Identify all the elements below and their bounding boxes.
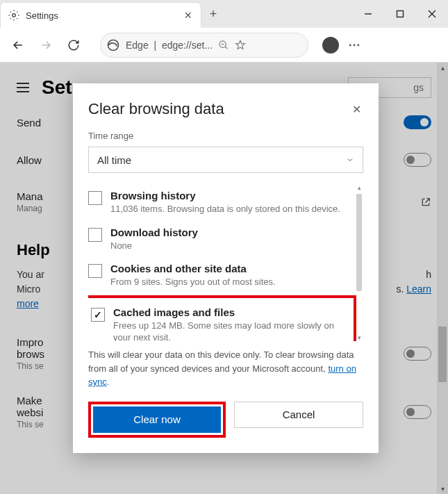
options-list: Browsing history 11,036 items. Browsing … [88,184,363,341]
tab-close-icon[interactable]: ✕ [183,10,194,21]
address-bar[interactable]: Edge | edge://set... [100,33,308,58]
checkbox-cookies[interactable] [88,264,102,278]
highlight-annotation: Clear now [88,402,226,438]
option-download-history: Download history None [88,221,352,258]
svg-point-0 [13,14,16,17]
browser-tab[interactable]: Settings ✕ [0,2,201,28]
checkbox-cached-images[interactable] [91,308,105,322]
address-text: Edge | edge://set... [126,40,213,51]
clear-browsing-data-dialog: Clear browsing data ✕ Time range All tim… [73,83,379,453]
zoom-out-icon[interactable] [218,40,229,51]
option-name: Cached images and files [113,306,349,318]
dialog-close-button[interactable]: ✕ [349,102,363,116]
profile-avatar[interactable] [322,37,339,53]
sync-note: This will clear your data on this device… [88,348,363,389]
svg-rect-2 [397,11,404,17]
option-desc: From 9 sites. Signs you out of most site… [110,276,352,288]
tab-label: Settings [26,10,177,21]
scrollbar-thumb[interactable] [356,194,362,291]
title-bar: Settings ✕ + [0,0,448,28]
time-range-label: Time range [88,131,363,141]
more-menu-button[interactable] [342,33,367,58]
new-tab-button[interactable]: + [201,0,225,28]
option-name: Browsing history [110,190,352,201]
time-range-select[interactable]: All time [88,147,363,173]
option-cached-images: Cached images and files Frees up 124 MB.… [91,301,349,341]
option-desc: None [110,240,352,252]
option-desc: 11,036 items. Browsing data is only stor… [110,203,352,215]
svg-line-7 [225,47,227,49]
gear-icon [8,9,20,22]
option-name: Cookies and other site data [110,263,352,274]
scroll-down-icon[interactable]: ▾ [355,334,363,341]
svg-point-11 [357,44,359,46]
option-cookies: Cookies and other site data From 9 sites… [88,257,352,294]
toolbar: Edge | edge://set... [0,28,448,63]
back-button[interactable] [6,33,31,58]
forward-button[interactable] [33,33,58,58]
clear-now-button[interactable]: Clear now [93,406,221,433]
option-browsing-history: Browsing history 11,036 items. Browsing … [88,184,352,221]
svg-point-9 [349,44,351,46]
highlight-annotation: Cached images and files Frees up 124 MB.… [88,295,356,341]
cancel-button[interactable]: Cancel [234,402,363,428]
svg-point-10 [354,44,356,46]
minimize-button[interactable] [352,0,384,28]
edge-icon [106,38,120,52]
refresh-button[interactable] [61,33,86,58]
checkbox-browsing-history[interactable] [88,191,102,205]
scroll-up-icon[interactable]: ▴ [355,184,363,191]
option-name: Download history [110,227,352,238]
maximize-button[interactable] [384,0,416,28]
checkbox-download-history[interactable] [88,228,102,242]
favorite-icon[interactable] [235,40,246,51]
time-range-value: All time [97,154,131,166]
option-desc: Frees up 124 MB. Some sites may load mor… [113,320,349,341]
chevron-down-icon [346,156,354,164]
window-close-button[interactable] [416,0,448,28]
list-scrollbar[interactable]: ▴ ▾ [355,184,363,341]
dialog-title: Clear browsing data [88,100,224,118]
